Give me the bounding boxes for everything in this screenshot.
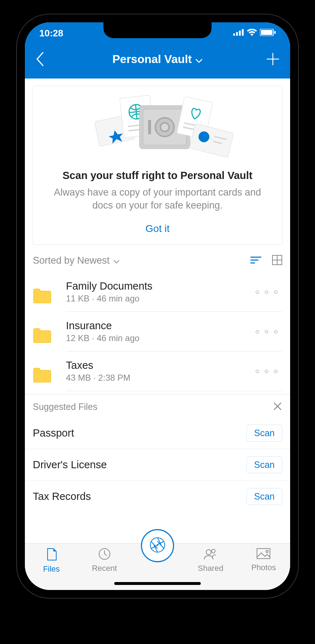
svg-rect-0 [233,33,235,36]
tab-shared[interactable]: Shared [184,548,237,573]
svg-rect-1 [236,32,238,36]
battery-icon [260,29,276,37]
suggested-title: Suggested Files [33,402,273,412]
sort-label-text: Sorted by Newest [33,255,110,266]
suggested-row: Passport Scan [25,417,290,449]
header-title-dropdown[interactable]: Personal Vault [50,53,265,66]
file-meta: 43 MB · 2:38 PM [66,373,255,383]
camera-scan-button[interactable] [141,529,174,562]
svg-point-33 [212,549,215,553]
chevron-down-icon [195,53,203,66]
suggested-name: Driver's License [33,459,247,471]
svg-rect-21 [189,124,234,158]
folder-icon [33,367,52,384]
svg-point-32 [206,550,211,555]
sort-button[interactable]: Sorted by Newest [33,255,250,266]
folder-icon [33,287,52,305]
tab-photos[interactable]: Photos [237,548,290,572]
add-button[interactable] [265,53,279,66]
tab-label: Recent [92,564,117,573]
suggested-name: Tax Records [33,491,247,502]
chevron-down-icon [113,255,120,266]
file-name: Taxes [66,359,255,371]
signal-icon [233,29,244,37]
folder-icon [33,327,52,344]
file-row[interactable]: Family Documents 11 KB · 46 min ago ○ ○ … [25,272,290,312]
grid-view-icon[interactable] [272,255,282,267]
more-options-button[interactable]: ○ ○ ○ [255,327,282,336]
file-meta: 12 KB · 46 min ago [66,333,255,343]
people-icon [204,548,217,562]
wifi-icon [247,29,257,37]
svg-rect-16 [148,120,151,134]
svg-rect-34 [257,549,270,559]
more-options-button[interactable]: ○ ○ ○ [255,288,282,296]
scan-button[interactable]: Scan [247,456,282,473]
svg-rect-6 [274,31,276,34]
suggested-row: Tax Records Scan [25,481,290,512]
suggested-row: Driver's License Scan [25,449,290,481]
sort-row: Sorted by Newest [25,255,290,272]
scan-button[interactable]: Scan [247,425,282,442]
scan-button[interactable]: Scan [247,488,282,505]
statusbar-time: 10:28 [39,28,63,39]
tab-files[interactable]: Files [25,548,78,574]
file-name: Family Documents [66,280,255,292]
close-suggested-button[interactable] [273,402,282,412]
promo-illustration [42,95,273,160]
promo-description: Always have a copy of your important car… [42,186,273,212]
svg-point-35 [266,550,268,553]
promo-got-it-button[interactable]: Got it [42,223,273,234]
tab-label: Photos [251,563,276,572]
file-row[interactable]: Taxes 43 MB · 2:38 PM ○ ○ ○ [25,352,290,391]
file-icon [46,548,57,563]
more-options-button[interactable]: ○ ○ ○ [255,367,282,375]
header-title-text: Personal Vault [112,53,192,66]
file-meta: 11 KB · 46 min ago [66,294,255,304]
tab-label: Files [43,564,59,574]
tab-recent[interactable]: Recent [78,548,131,573]
clock-icon [98,548,111,562]
suggested-section: Suggested Files Passport Scan Driver's L… [25,394,290,512]
promo-title: Scan your stuff right to Personal Vault [42,170,273,182]
aperture-icon [149,536,166,555]
file-row[interactable]: Insurance 12 KB · 46 min ago ○ ○ ○ [25,312,290,352]
svg-rect-5 [261,30,272,35]
svg-point-15 [160,123,169,131]
app-header: Personal Vault [25,44,290,79]
svg-rect-3 [242,29,244,36]
filter-icon[interactable] [250,256,261,265]
suggested-name: Passport [33,427,247,439]
file-name: Insurance [66,320,255,332]
tabbar: Files Recent Shared Photos [25,543,290,590]
back-button[interactable] [36,52,50,66]
tab-label: Shared [198,564,223,573]
photo-icon [256,548,271,562]
main-content: Scan your stuff right to Personal Vault … [25,79,290,543]
svg-rect-2 [239,31,241,36]
promo-card: Scan your stuff right to Personal Vault … [32,86,283,245]
home-indicator[interactable] [114,582,201,585]
